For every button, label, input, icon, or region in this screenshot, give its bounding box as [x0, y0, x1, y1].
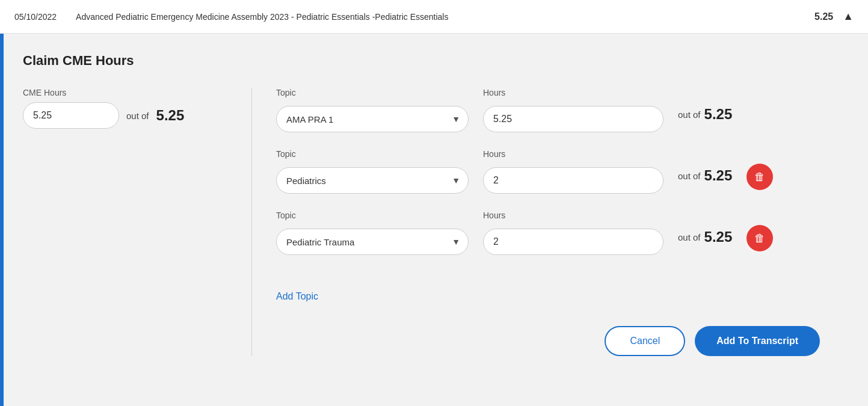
delete-topic-button-2[interactable]: 🗑 [746, 164, 773, 190]
out-of-label-3: out of [678, 232, 701, 242]
footer-buttons: Cancel Add To Transcript [276, 312, 844, 356]
cancel-button[interactable]: Cancel [605, 326, 685, 356]
out-of-group-2: out of 5.25 [678, 149, 732, 184]
out-of-label-1: out of [678, 109, 701, 120]
out-of-value-2: 5.25 [704, 167, 733, 184]
header-score: 5.25 [814, 11, 833, 22]
topic-row: Topic Pediatrics AMA PRA 1 Pediatric Tra… [276, 149, 844, 194]
header-right: 5.25 ▲ [814, 10, 854, 23]
cme-hours-label: CME Hours [23, 88, 227, 97]
topic-row: Topic Pediatric Trauma AMA PRA 1 Pediatr… [276, 211, 844, 255]
topic-label-3: Topic [276, 211, 469, 220]
form-container: Claim CME Hours CME Hours out of 5.25 To… [4, 34, 868, 406]
out-of-value-3: 5.25 [704, 229, 733, 245]
cme-out-of-label: out of [126, 111, 149, 121]
header-title: Advanced Pediatric Emergency Medicine As… [76, 12, 448, 22]
topic-field-group-2: Topic Pediatrics AMA PRA 1 Pediatric Tra… [276, 149, 469, 194]
topic-select-wrapper-3: Pediatric Trauma AMA PRA 1 Pediatrics ▼ [276, 229, 469, 255]
hours-field-group-3: Hours [483, 211, 663, 255]
topic-field-group-3: Topic Pediatric Trauma AMA PRA 1 Pediatr… [276, 211, 469, 255]
topic-select-3[interactable]: Pediatric Trauma AMA PRA 1 Pediatrics [276, 229, 469, 255]
topic-select-2[interactable]: Pediatrics AMA PRA 1 Pediatric Trauma [276, 167, 469, 194]
topic-label-2: Topic [276, 149, 469, 159]
main-content: Claim CME Hours CME Hours out of 5.25 To… [0, 34, 868, 406]
out-of-group-1: out of 5.25 [678, 88, 732, 123]
out-of-value-1: 5.25 [704, 106, 733, 123]
cme-hours-row: out of 5.25 [23, 102, 227, 129]
cme-hours-input[interactable] [23, 102, 119, 129]
out-of-label-2: out of [678, 171, 701, 181]
hours-field-group-2: Hours [483, 149, 663, 194]
topics-column: Topic AMA PRA 1 Pediatrics Pediatric Tra… [251, 88, 844, 356]
trash-icon-2: 🗑 [754, 171, 765, 183]
form-body: CME Hours out of 5.25 Topic AMA PRA 1 [23, 88, 844, 356]
hours-label-1: Hours [483, 88, 663, 97]
hours-label-2: Hours [483, 149, 663, 159]
topic-select-1[interactable]: AMA PRA 1 Pediatrics Pediatric Trauma [276, 106, 469, 132]
topic-select-wrapper-1: AMA PRA 1 Pediatrics Pediatric Trauma ▼ [276, 106, 469, 132]
hours-label-3: Hours [483, 211, 663, 220]
cme-out-of-value: 5.25 [156, 107, 185, 124]
header-date: 05/10/2022 [14, 12, 57, 22]
topic-hours-input-1[interactable] [483, 106, 663, 132]
topic-field-group-1: Topic AMA PRA 1 Pediatrics Pediatric Tra… [276, 88, 469, 132]
topic-label-1: Topic [276, 88, 469, 97]
cme-hours-column: CME Hours out of 5.25 [23, 88, 251, 356]
topic-select-wrapper-2: Pediatrics AMA PRA 1 Pediatric Trauma ▼ [276, 167, 469, 194]
add-to-transcript-button[interactable]: Add To Transcript [695, 326, 820, 356]
trash-icon-3: 🗑 [754, 232, 765, 245]
header-bar: 05/10/2022 Advanced Pediatric Emergency … [0, 0, 868, 34]
add-topic-link[interactable]: Add Topic [276, 291, 318, 302]
out-of-group-3: out of 5.25 [678, 211, 732, 245]
topic-hours-input-3[interactable] [483, 229, 663, 255]
hours-field-group-1: Hours [483, 88, 663, 132]
topic-row: Topic AMA PRA 1 Pediatrics Pediatric Tra… [276, 88, 844, 132]
page-title: Claim CME Hours [23, 53, 844, 69]
chevron-up-icon[interactable]: ▲ [843, 10, 854, 23]
header-left: 05/10/2022 Advanced Pediatric Emergency … [14, 12, 448, 22]
topic-hours-input-2[interactable] [483, 167, 663, 194]
delete-topic-button-3[interactable]: 🗑 [746, 225, 773, 251]
